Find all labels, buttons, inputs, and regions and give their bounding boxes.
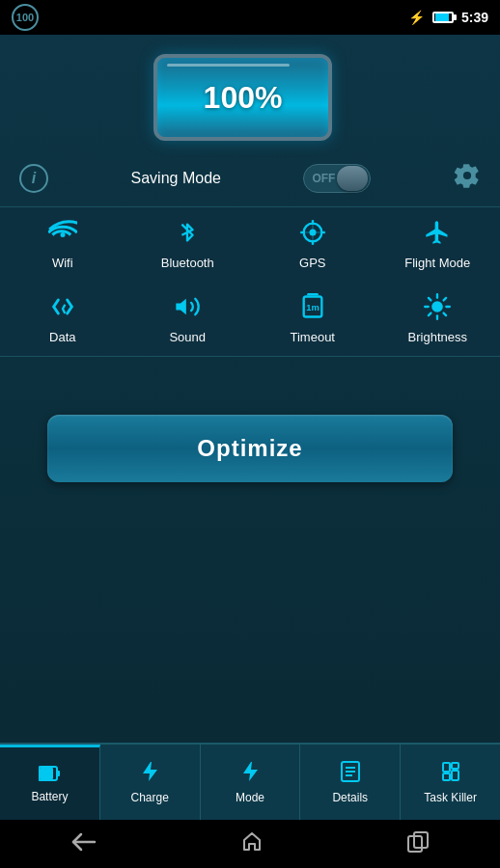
tab-charge[interactable]: Charge bbox=[100, 745, 201, 820]
svg-point-11 bbox=[431, 301, 443, 312]
info-icon[interactable]: i bbox=[19, 164, 48, 193]
toggles-row-2: Data Sound 1m bbox=[0, 282, 500, 356]
mode-tab-icon bbox=[241, 761, 259, 787]
toggle-off-label: OFF bbox=[312, 172, 335, 185]
svg-line-19 bbox=[429, 313, 431, 315]
app-icon: 100 bbox=[12, 4, 39, 31]
status-right: ⚡ 5:39 bbox=[408, 10, 488, 25]
battery-terminal bbox=[330, 81, 332, 115]
saving-mode-row: i Saving Mode OFF bbox=[0, 150, 500, 206]
tab-battery[interactable]: Battery bbox=[0, 745, 100, 820]
timeout-icon: 1m bbox=[299, 293, 326, 324]
battery-percentage: 100% bbox=[204, 80, 283, 116]
status-left: 100 bbox=[12, 4, 39, 31]
flight-mode-label: Flight Mode bbox=[404, 256, 470, 270]
svg-line-17 bbox=[444, 313, 446, 315]
battery-fill bbox=[435, 14, 449, 21]
wifi-label: Wifi bbox=[52, 256, 73, 270]
toggle-bluetooth[interactable]: Bluetooth bbox=[149, 219, 226, 270]
toggle-data[interactable]: Data bbox=[24, 293, 101, 344]
tab-task-killer-label: Task Killer bbox=[424, 791, 477, 804]
battery-shine bbox=[167, 64, 290, 67]
svg-rect-27 bbox=[443, 763, 450, 772]
gps-label: GPS bbox=[299, 256, 325, 270]
task-killer-tab-icon bbox=[441, 761, 460, 787]
bluetooth-label: Bluetooth bbox=[161, 256, 214, 270]
svg-rect-22 bbox=[57, 771, 60, 776]
toggle-thumb bbox=[337, 166, 368, 191]
tab-task-killer[interactable]: Task Killer bbox=[401, 745, 500, 820]
svg-text:1m: 1m bbox=[306, 303, 319, 312]
sound-label: Sound bbox=[169, 330, 206, 344]
svg-rect-30 bbox=[452, 771, 458, 780]
svg-rect-29 bbox=[443, 773, 450, 780]
bluetooth-icon bbox=[176, 219, 199, 250]
svg-point-0 bbox=[60, 232, 65, 237]
wifi-icon bbox=[48, 219, 77, 250]
toggles-row-1: Wifi Bluetooth bbox=[0, 207, 500, 282]
status-bar: 100 ⚡ 5:39 bbox=[0, 0, 500, 35]
bottom-nav: Battery Charge Mode Details bbox=[0, 743, 500, 820]
system-nav bbox=[0, 820, 500, 868]
back-button[interactable] bbox=[71, 832, 97, 856]
svg-rect-28 bbox=[452, 763, 458, 769]
data-icon bbox=[49, 293, 76, 324]
toggle-sound[interactable]: Sound bbox=[149, 293, 226, 344]
sound-icon bbox=[174, 293, 201, 324]
toggle-timeout[interactable]: 1m Timeout bbox=[274, 293, 351, 344]
toggle-brightness[interactable]: Brightness bbox=[399, 293, 476, 344]
recents-button[interactable] bbox=[407, 831, 429, 857]
details-tab-icon bbox=[341, 761, 360, 787]
battery-status-indicator bbox=[432, 12, 454, 23]
svg-line-16 bbox=[429, 298, 431, 300]
toggle-wifi[interactable]: Wifi bbox=[24, 219, 101, 270]
saving-mode-label: Saving Mode bbox=[131, 170, 221, 187]
tab-mode-label: Mode bbox=[236, 791, 264, 804]
tab-details-label: Details bbox=[332, 791, 368, 804]
tab-charge-label: Charge bbox=[131, 791, 169, 804]
toggles-section: Wifi Bluetooth bbox=[0, 206, 500, 357]
svg-line-18 bbox=[444, 298, 446, 300]
brightness-icon bbox=[424, 293, 451, 324]
gps-icon bbox=[299, 219, 326, 250]
saving-mode-toggle[interactable]: OFF bbox=[303, 164, 371, 193]
tab-mode[interactable]: Mode bbox=[201, 745, 301, 820]
brightness-label: Brightness bbox=[408, 330, 467, 344]
settings-icon[interactable] bbox=[454, 162, 481, 195]
svg-rect-21 bbox=[40, 768, 53, 779]
main-content: 100% i Saving Mode OFF bbox=[0, 35, 500, 743]
toggle-gps[interactable]: GPS bbox=[274, 219, 351, 270]
toggle-flight-mode[interactable]: Flight Mode bbox=[399, 219, 476, 270]
optimize-button[interactable]: Optimize bbox=[47, 415, 453, 482]
flight-mode-icon bbox=[424, 219, 451, 250]
clock: 5:39 bbox=[461, 10, 488, 25]
home-button[interactable] bbox=[240, 830, 264, 858]
battery-tab-icon bbox=[39, 764, 60, 786]
charge-tab-icon bbox=[141, 761, 158, 787]
timeout-label: Timeout bbox=[291, 330, 335, 344]
battery-body: 100% bbox=[153, 54, 332, 141]
battery-display: 100% bbox=[153, 54, 347, 146]
battery-charging-icon: ⚡ bbox=[408, 10, 425, 25]
data-label: Data bbox=[49, 330, 75, 344]
tab-details[interactable]: Details bbox=[300, 745, 401, 820]
tab-battery-label: Battery bbox=[31, 790, 68, 803]
optimize-section: Optimize bbox=[0, 357, 500, 540]
